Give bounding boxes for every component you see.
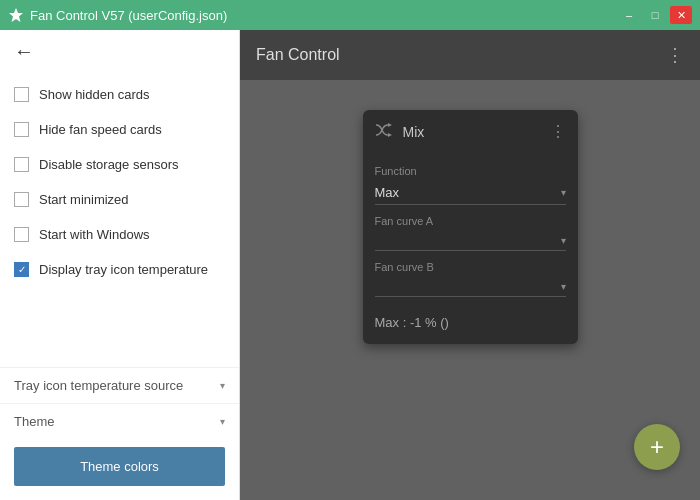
mix-card-body: Function Max ▾ Fan curve A ▾ Fan curve B… — [363, 149, 578, 344]
fan-curve-b-label: Fan curve B — [375, 261, 566, 273]
tray-temperature-source-label: Tray icon temperature source — [14, 378, 183, 393]
fan-curve-b-dropdown[interactable]: ▾ — [375, 277, 566, 297]
titlebar-left: Fan Control V57 (userConfig.json) — [8, 7, 227, 23]
mix-card-menu-icon[interactable]: ⋮ — [550, 122, 566, 141]
right-panel-title: Fan Control — [256, 46, 340, 64]
window-title: Fan Control V57 (userConfig.json) — [30, 8, 227, 23]
mix-card-header: Mix ⋮ — [363, 110, 578, 149]
function-value: Max — [375, 185, 400, 200]
option-start-with-windows[interactable]: Start with Windows — [0, 217, 239, 252]
function-arrow: ▾ — [561, 187, 566, 198]
titlebar: Fan Control V57 (userConfig.json) – □ ✕ — [0, 0, 700, 30]
maximize-button[interactable]: □ — [644, 6, 666, 24]
label-show-hidden-cards: Show hidden cards — [39, 87, 150, 102]
checkbox-start-with-windows[interactable] — [14, 227, 29, 242]
checkbox-hide-fan-speed-cards[interactable] — [14, 122, 29, 137]
mix-card-title-area: Mix — [375, 123, 425, 140]
label-start-minimized: Start minimized — [39, 192, 129, 207]
titlebar-controls: – □ ✕ — [618, 6, 692, 24]
option-disable-storage-sensors[interactable]: Disable storage sensors — [0, 147, 239, 182]
checkbox-show-hidden-cards[interactable] — [14, 87, 29, 102]
option-show-hidden-cards[interactable]: Show hidden cards — [0, 77, 239, 112]
svg-marker-0 — [9, 8, 23, 22]
option-start-minimized[interactable]: Start minimized — [0, 182, 239, 217]
checkbox-start-minimized[interactable] — [14, 192, 29, 207]
label-start-with-windows: Start with Windows — [39, 227, 150, 242]
svg-marker-2 — [388, 133, 392, 137]
minimize-button[interactable]: – — [618, 6, 640, 24]
theme-dropdown-label: Theme — [14, 414, 54, 429]
theme-dropdown[interactable]: Theme ▾ — [0, 403, 239, 439]
mix-card-title: Mix — [403, 124, 425, 140]
app-icon — [8, 7, 24, 23]
main-container: ← Show hidden cards Hide fan speed cards… — [0, 30, 700, 500]
fan-curve-b-arrow: ▾ — [561, 281, 566, 292]
option-hide-fan-speed-cards[interactable]: Hide fan speed cards — [0, 112, 239, 147]
theme-dropdown-arrow: ▾ — [220, 416, 225, 427]
theme-colors-button[interactable]: Theme colors — [14, 447, 225, 486]
mix-result: Max : -1 % () — [375, 311, 566, 330]
tray-dropdown-arrow: ▾ — [220, 380, 225, 391]
tray-temperature-source-dropdown[interactable]: Tray icon temperature source ▾ — [0, 367, 239, 403]
right-panel: Fan Control ⋮ Mix — [240, 30, 700, 500]
mix-card: Mix ⋮ Function Max ▾ Fan curve A ▾ — [363, 110, 578, 344]
label-display-tray-icon-temperature: Display tray icon temperature — [39, 262, 208, 277]
label-disable-storage-sensors: Disable storage sensors — [39, 157, 178, 172]
mix-icon — [375, 123, 395, 140]
fan-curve-a-dropdown[interactable]: ▾ — [375, 231, 566, 251]
close-button[interactable]: ✕ — [670, 6, 692, 24]
checkbox-display-tray-icon-temperature[interactable] — [14, 262, 29, 277]
svg-marker-1 — [388, 123, 392, 127]
back-button[interactable]: ← — [0, 30, 48, 73]
fan-curve-a-label: Fan curve A — [375, 215, 566, 227]
fab-add-button[interactable]: + — [634, 424, 680, 470]
label-hide-fan-speed-cards: Hide fan speed cards — [39, 122, 162, 137]
function-dropdown[interactable]: Max ▾ — [375, 181, 566, 205]
left-panel: ← Show hidden cards Hide fan speed cards… — [0, 30, 240, 500]
card-area: Mix ⋮ Function Max ▾ Fan curve A ▾ — [240, 80, 700, 500]
function-label: Function — [375, 165, 566, 177]
right-header: Fan Control ⋮ — [240, 30, 700, 80]
checkbox-disable-storage-sensors[interactable] — [14, 157, 29, 172]
option-display-tray-icon-temperature[interactable]: Display tray icon temperature — [0, 252, 239, 287]
fan-curve-a-arrow: ▾ — [561, 235, 566, 246]
right-header-menu-icon[interactable]: ⋮ — [666, 44, 684, 66]
options-list: Show hidden cards Hide fan speed cards D… — [0, 73, 239, 367]
